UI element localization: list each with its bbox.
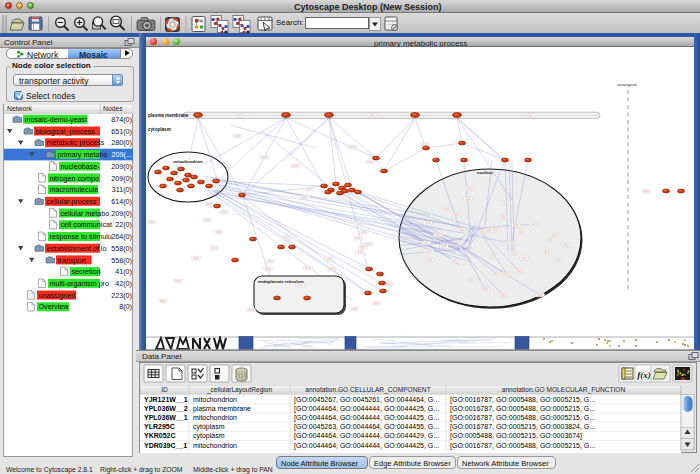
svg-text:209(0): 209(0) <box>111 162 132 171</box>
svg-text:209(0): 209(0) <box>111 209 132 218</box>
svg-text:Overview: Overview <box>39 302 70 311</box>
svg-text:nucleus: nucleus <box>477 170 493 175</box>
svg-text:8(0): 8(0) <box>119 302 132 311</box>
svg-text:223(0): 223(0) <box>111 291 132 300</box>
svg-text:[GO:0005488, GO:0005215, GO:00: [GO:0005488, GO:0005215, GO:0003674] <box>450 432 582 440</box>
svg-text:Network: Network <box>7 105 33 112</box>
svg-text:mosaic-demo-yeast: mosaic-demo-yeast <box>25 115 88 124</box>
svg-text:311(0): 311(0) <box>112 185 132 194</box>
svg-text:establishment of lo: establishment of lo <box>47 244 107 253</box>
svg-text:YJR121W__1: YJR121W__1 <box>144 396 188 403</box>
svg-text:ID: ID <box>161 386 168 393</box>
svg-text:nitrogen compo: nitrogen compo <box>50 174 100 183</box>
svg-text:cellular process: cellular process <box>47 197 97 206</box>
svg-text:cytoplasm: cytoplasm <box>193 432 225 440</box>
svg-text:42(0): 42(0) <box>115 279 132 288</box>
svg-text:multi-organism pro: multi-organism pro <box>50 279 110 288</box>
svg-text:unassigned: unassigned <box>39 291 76 300</box>
svg-text:[GO:0016787, GO:0005488, GO:00: [GO:0016787, GO:0005488, GO:0005215, G..… <box>450 405 595 413</box>
svg-text:plasma membrane: plasma membrane <box>148 113 189 118</box>
svg-text:f(x): f(x) <box>637 370 651 380</box>
svg-text:annotation.GO MOLECULAR_FUNCTI: annotation.GO MOLECULAR_FUNCTION <box>502 386 626 394</box>
svg-text:unassigned: unassigned <box>617 83 636 87</box>
svg-text:[GO:0016787, GO:0005488, GO:00: [GO:0016787, GO:0005488, GO:0005215, G..… <box>450 414 595 422</box>
svg-text:558(0): 558(0) <box>111 256 132 265</box>
svg-text:YPL036W__1: YPL036W__1 <box>144 414 188 421</box>
svg-text:[GO:0016787, GO:0005488, GO:00: [GO:0016787, GO:0005488, GO:0005215, G..… <box>450 396 595 404</box>
svg-text:YLR295C: YLR295C <box>144 423 175 430</box>
svg-text:YKR052C: YKR052C <box>144 432 176 439</box>
svg-text:[GO:0045267, GO:0045261, GO:00: [GO:0045267, GO:0045261, GO:0044464, G..… <box>294 396 439 404</box>
svg-text:[GO:0016787, GO:0005488, GO:00: [GO:0016787, GO:0005488, GO:0005215, G..… <box>450 442 595 450</box>
svg-text:651(0): 651(0) <box>111 127 132 136</box>
svg-text:280(0): 280(0) <box>111 138 132 147</box>
svg-text:209(0): 209(0) <box>111 174 132 183</box>
svg-text:mitochondrion: mitochondrion <box>193 442 237 449</box>
svg-text:[GO:0044464, GO:0044444, GO:00: [GO:0044464, GO:0044444, GO:0044429, G..… <box>294 432 439 440</box>
svg-text:nucleobase-: nucleobase- <box>61 162 101 171</box>
svg-text:[GO:0016787, GO:0005215, GO:00: [GO:0016787, GO:0005215, GO:0003824, G..… <box>450 423 595 431</box>
svg-text:cell communicat: cell communicat <box>61 220 113 229</box>
svg-text:YPL036W__2: YPL036W__2 <box>144 405 188 412</box>
svg-text:614(0): 614(0) <box>111 197 132 206</box>
svg-text:mitochondrion: mitochondrion <box>193 396 237 403</box>
svg-text:[GO:0044464, GO:0044444, GO:00: [GO:0044464, GO:0044444, GO:0044425, G..… <box>294 414 439 422</box>
svg-text:cytoplasm: cytoplasm <box>193 423 225 431</box>
svg-text:558(0): 558(0) <box>111 244 132 253</box>
svg-text:annotation.GO CELLULAR_COMPONE: annotation.GO CELLULAR_COMPONENT <box>305 386 430 394</box>
svg-text:[GO:0044464, GO:0044444, GO:00: [GO:0044464, GO:0044444, GO:0044425, G..… <box>294 405 439 413</box>
svg-text:41(0): 41(0) <box>115 267 132 276</box>
svg-text:macromolecule: macromolecule <box>50 185 99 194</box>
svg-text:874(0): 874(0) <box>111 115 132 124</box>
svg-text:primary metabo: primary metabo <box>58 150 108 159</box>
svg-text:transport: transport <box>58 256 86 265</box>
svg-text:22(0): 22(0) <box>115 220 132 229</box>
svg-text:plasma membrane: plasma membrane <box>193 405 251 413</box>
svg-text:cytoplasm: cytoplasm <box>148 127 171 132</box>
svg-text:209(...: 209(... <box>112 150 132 159</box>
svg-text:[GO:0045263, GO:0044464, GO:00: [GO:0045263, GO:0044464, GO:0044455, G..… <box>294 423 439 431</box>
svg-text:mitochondrion: mitochondrion <box>173 159 203 164</box>
svg-text:cellular metabo: cellular metabo <box>61 209 110 218</box>
svg-text:metabolic process: metabolic process <box>47 138 105 147</box>
svg-text:Nodes: Nodes <box>103 105 123 112</box>
svg-text:264(0): 264(0) <box>111 232 132 241</box>
svg-text:secretion: secretion <box>72 267 101 276</box>
svg-text:response to stimulu: response to stimulu <box>50 232 112 241</box>
svg-text:mitochondrion: mitochondrion <box>193 414 237 421</box>
svg-text:YDR039C__1: YDR039C__1 <box>144 442 187 449</box>
svg-text:_cellularLayoutRegion: _cellularLayoutRegion <box>206 386 273 394</box>
svg-text:biological_process: biological_process <box>36 127 96 136</box>
svg-text:[GO:0044464, GO:0044444, GO:00: [GO:0044464, GO:0044444, GO:0044425, G..… <box>294 442 439 450</box>
